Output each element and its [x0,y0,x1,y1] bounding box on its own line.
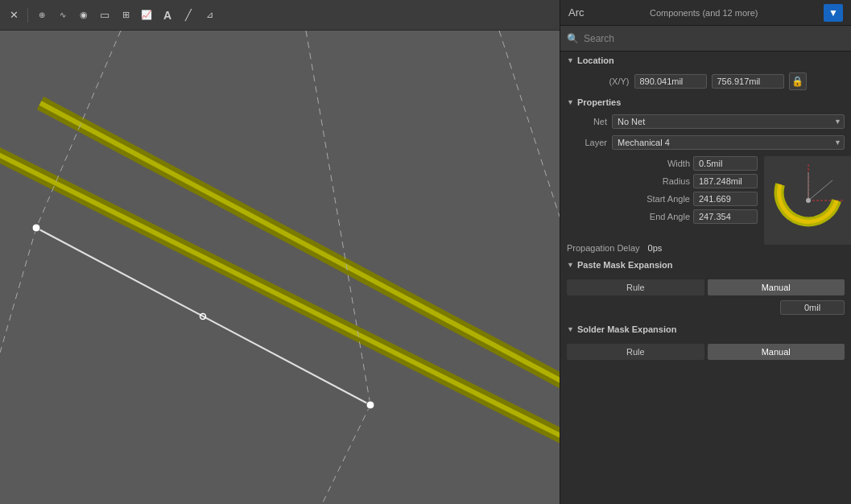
text-tool[interactable]: A [159,6,176,24]
net-select[interactable]: No Net [612,114,845,129]
end-angle-row: End Angle [567,209,758,224]
props-left: Width Radius Start Angle End Angle [567,156,758,237]
xy-label: (X/Y) [605,76,630,86]
layer-dropdown-wrapper: Mechanical 4 ▼ [612,135,845,150]
toolbar: ✕ ⊕ ∿ ◉ ▭ ⊞ 📈 A ╱ ⊿ [0,0,560,31]
net-label: Net [567,117,607,126]
panel-components: Components (and 12 more) [650,8,758,18]
paste-mask-label: Paste Mask Expansion [577,260,673,270]
location-arrow: ▼ [567,56,574,64]
radius-row: Radius [567,174,758,188]
solder-mask-arrow: ▼ [567,325,574,333]
width-input[interactable] [693,156,758,171]
angle-diagram [764,156,845,237]
svg-point-11 [32,224,40,232]
start-angle-label: Start Angle [634,194,690,204]
x-input[interactable] [634,74,707,89]
y-input[interactable] [712,74,784,89]
pcb-svg [0,31,560,504]
canvas-area[interactable]: ✕ ⊕ ∿ ◉ ▭ ⊞ 📈 A ╱ ⊿ [0,0,560,504]
properties-section-header[interactable]: ▼ Properties [560,93,851,111]
properties-grid: Width Radius Start Angle End Angle [560,153,851,240]
lock-button[interactable]: 🔒 [789,72,807,90]
radius-input[interactable] [693,174,758,188]
graph-tool[interactable]: 📈 [138,6,155,24]
svg-point-19 [806,198,811,203]
paste-rule-manual-row: Rule Manual [560,277,851,298]
search-input[interactable] [584,33,845,44]
xy-row: (X/Y) 🔒 [560,69,851,93]
right-panel: Arc Components (and 12 more) ▼ 🔍 ▼ Locat… [560,0,851,504]
svg-rect-0 [0,31,560,504]
properties-arrow: ▼ [567,98,574,106]
grid-tool[interactable]: ⊞ [117,6,134,24]
panel-title: Arc [568,6,585,19]
layer-select[interactable]: Mechanical 4 [612,135,845,150]
rect-tool[interactable]: ▭ [96,6,114,24]
end-angle-label: End Angle [634,212,690,221]
paste-value-row [560,298,851,317]
width-label: Width [634,159,690,168]
panel-header: Arc Components (and 12 more) ▼ [560,0,851,26]
paste-value-input[interactable] [780,300,845,315]
paste-mask-section: Rule Manual [560,274,851,320]
propagation-value: 0ps [648,243,663,253]
end-angle-input[interactable] [693,209,758,224]
layer-row: Layer Mechanical 4 ▼ [560,132,851,153]
circle-tool[interactable]: ◉ [75,6,93,24]
filter-button[interactable]: ▼ [824,4,843,22]
solder-mask-header[interactable]: ▼ Solder Mask Expansion [560,320,851,338]
route-tool[interactable]: ⊕ [33,6,51,24]
paste-mask-header[interactable]: ▼ Paste Mask Expansion [560,256,851,274]
solder-mask-label: Solder Mask Expansion [577,324,676,334]
select-tool[interactable]: ✕ [5,6,23,24]
propagation-label: Propagation Delay [567,243,640,253]
net-row: Net No Net ▼ [560,111,851,132]
location-section-header[interactable]: ▼ Location [560,52,851,69]
paste-rule-button[interactable]: Rule [567,279,704,295]
radius-label: Radius [634,176,690,186]
arc-tool[interactable]: ∿ [54,6,72,24]
width-row: Width [567,156,758,171]
paste-mask-arrow: ▼ [567,261,574,269]
start-angle-input[interactable] [693,192,758,206]
search-icon: 🔍 [567,33,579,44]
poly-tool[interactable]: ⊿ [200,6,218,24]
start-angle-row: Start Angle [567,192,758,206]
net-dropdown-wrapper: No Net ▼ [612,114,845,129]
panel-content[interactable]: ▼ Location (X/Y) 🔒 ▼ Properties Net No N… [560,52,851,504]
solder-mask-section: Rule Manual [560,338,851,366]
search-bar: 🔍 [560,26,851,52]
angle-svg [764,156,851,245]
solder-manual-button[interactable]: Manual [708,344,845,360]
line-tool[interactable]: ╱ [180,6,197,24]
svg-point-12 [366,401,374,409]
paste-manual-button[interactable]: Manual [708,279,845,295]
pcb-canvas[interactable] [0,31,560,504]
properties-section-label: Properties [577,97,621,107]
solder-rule-manual-row: Rule Manual [560,341,851,362]
layer-label: Layer [567,138,607,147]
location-section-label: Location [577,56,614,65]
solder-rule-button[interactable]: Rule [567,344,704,360]
